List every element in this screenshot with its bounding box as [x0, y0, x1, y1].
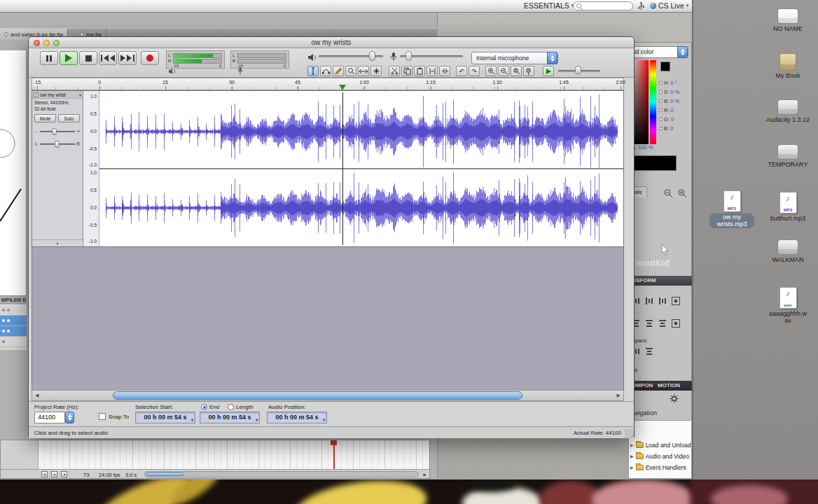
desktop-icon-no-name[interactable]: NO NAME — [765, 8, 810, 32]
resize-grip[interactable] — [625, 429, 634, 438]
hue-row[interactable]: H:0 ° — [659, 78, 677, 87]
selection-end-field[interactable]: 00 h 00 m 54 s▾ — [200, 412, 260, 424]
zoom-out-icon[interactable] — [663, 188, 674, 199]
center-frame-icon[interactable] — [41, 471, 48, 477]
input-volume-slider[interactable] — [400, 51, 463, 61]
playback-meter[interactable]: L R -24 0 — [166, 50, 225, 69]
radio-icon[interactable] — [659, 108, 663, 112]
scrollbar-thumb[interactable] — [146, 472, 184, 476]
pan-slider[interactable]: L R — [34, 140, 81, 149]
onion-skin-icon[interactable] — [51, 471, 57, 477]
close-track-icon[interactable]: × — [34, 92, 39, 97]
disclosure-icon[interactable]: ▶ — [630, 442, 634, 447]
silence-audio-button[interactable] — [439, 66, 450, 76]
blue-value[interactable]: 0 — [670, 125, 673, 132]
pause-button[interactable] — [40, 51, 58, 65]
slider-thumb[interactable] — [55, 141, 60, 148]
component-tab-label[interactable]: OMPON — [632, 382, 653, 388]
hue-slider[interactable] — [650, 60, 656, 144]
playhead-indicator[interactable] — [339, 85, 346, 90]
timeline-frames-grid[interactable] — [39, 440, 429, 469]
window-title-bar[interactable]: ow my wrists — [29, 37, 634, 48]
radio-icon[interactable] — [659, 81, 663, 85]
zoom-in-button[interactable] — [485, 66, 497, 76]
color-swatch[interactable] — [660, 62, 670, 71]
radio-icon[interactable] — [659, 99, 663, 103]
microphone-mini-icon[interactable] — [237, 67, 243, 75]
visibility-icon[interactable] — [2, 340, 5, 343]
gear-icon[interactable] — [669, 393, 679, 404]
draw-tool-button[interactable] — [333, 66, 344, 76]
radio-icon[interactable] — [659, 127, 663, 130]
desktop-icon-my-book[interactable]: My Book — [765, 53, 810, 79]
red-row[interactable]: R:0 — [659, 106, 674, 114]
workspace-switcher[interactable]: ESSENTIALS ▾ — [524, 1, 574, 10]
flash-stage[interactable] — [0, 41, 27, 308]
lock-icon[interactable] — [7, 319, 10, 322]
undo-button[interactable]: ↶ — [456, 66, 467, 76]
sat-row[interactable]: S:0 % — [659, 88, 679, 96]
stop-button[interactable] — [79, 51, 97, 65]
tree-item-load-unload[interactable]: ▶ Load and Unload — [630, 440, 691, 449]
align-middle-icon[interactable] — [645, 319, 653, 328]
play-button[interactable] — [60, 51, 78, 65]
tree-item-event-handlers[interactable]: ▶ Event Handlers — [630, 463, 686, 472]
search-input[interactable] — [573, 1, 633, 10]
align-center-icon[interactable] — [645, 297, 653, 305]
desktop-icon-ow-my-wrists[interactable]: ♪MP3 ow my wrists.mp3 — [709, 190, 754, 229]
rate-stepper-icon[interactable] — [65, 412, 74, 424]
radio-icon[interactable] — [659, 118, 663, 121]
align-right-icon[interactable] — [658, 297, 667, 305]
scrollbar-thumb[interactable] — [113, 391, 522, 400]
onion-outline-icon[interactable] — [61, 471, 67, 477]
space-evenly-v-icon[interactable] — [645, 347, 653, 356]
scroll-right-icon[interactable]: ▶ — [423, 472, 427, 477]
fit-project-button[interactable] — [523, 66, 534, 76]
transform-panel-header[interactable]: NSFORM — [628, 276, 692, 286]
zoom-out-button[interactable] — [498, 66, 509, 76]
copy-button[interactable] — [401, 66, 413, 76]
desktop-icon-butthurt[interactable]: ♪MP3 butthurt.mp3 — [765, 192, 810, 222]
output-volume-slider[interactable] — [319, 51, 383, 61]
alpha-row[interactable]: A:100 % — [632, 143, 653, 151]
radio-icon[interactable] — [659, 90, 663, 94]
red-value[interactable]: 0 — [671, 107, 674, 113]
layer-row-selected[interactable] — [0, 316, 27, 326]
scroll-right-icon[interactable]: ▶ — [617, 393, 621, 398]
input-device-dropdown[interactable]: Internal microphone — [471, 52, 558, 64]
slider-thumb[interactable] — [405, 51, 412, 61]
empty-track-area[interactable] — [32, 247, 624, 390]
scroll-left-icon[interactable]: ◀ — [35, 393, 39, 398]
slider-thumb[interactable] — [52, 128, 57, 135]
audio-position-field[interactable]: 00 h 00 m 54 s▾ — [267, 412, 327, 424]
tree-item-audio-video[interactable]: ▶ Audio and Video — [630, 451, 689, 461]
length-radio[interactable] — [228, 404, 234, 410]
frame-rate[interactable]: 24.00 fps — [99, 472, 120, 478]
paste-button[interactable] — [414, 66, 425, 76]
hue-value[interactable]: 0 ° — [671, 80, 677, 86]
record-button[interactable] — [141, 51, 159, 65]
green-value[interactable]: 0 — [671, 116, 674, 122]
end-radio[interactable] — [201, 404, 207, 410]
horizontal-scrollbar[interactable]: ◀ ▶ — [32, 390, 624, 401]
solo-button[interactable]: Solo — [58, 114, 80, 122]
timeline-scrollbar[interactable] — [144, 471, 419, 477]
motion-tab-label[interactable]: MOTION — [658, 382, 680, 388]
disclosure-icon[interactable]: ▶ — [630, 454, 634, 458]
to-stage-icon[interactable] — [672, 297, 680, 305]
playback-speed-slider[interactable] — [558, 66, 600, 76]
skip-to-start-button[interactable] — [99, 51, 117, 65]
lock-icon[interactable] — [7, 330, 10, 332]
cut-button[interactable] — [389, 66, 400, 76]
track-header[interactable]: × ow my wrist ▾ — [32, 91, 83, 99]
recording-meter[interactable]: L R -24 0 — [230, 50, 289, 69]
visibility-icon[interactable] — [2, 309, 5, 312]
skip-to-end-button[interactable] — [118, 51, 137, 65]
alpha-value[interactable]: 100 % — [638, 144, 653, 150]
disclosure-icon[interactable]: ▶ — [630, 465, 634, 470]
desktop-icon-walkman[interactable]: WALKMAN — [765, 239, 810, 263]
vertical-ruler[interactable]: 1.0 0.5 0.0 -0.5 -1.0 1.0 0.5 0.0 -0.5 -… — [83, 91, 99, 246]
zoom-tool-button[interactable] — [345, 66, 356, 76]
desktop-icon-aaaagghhh[interactable]: ♪wav aaaagghhh.wav — [768, 287, 808, 325]
collapse-track-button[interactable]: ▴ — [32, 239, 83, 246]
